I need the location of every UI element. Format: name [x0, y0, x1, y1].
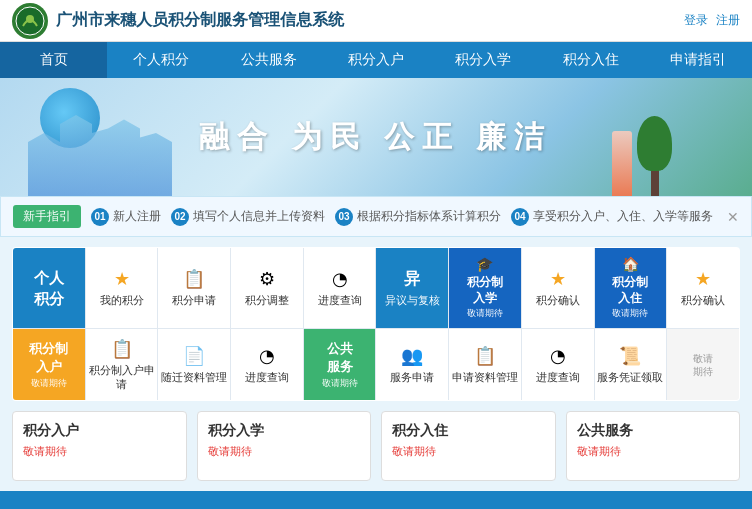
- household-apply-cell[interactable]: 📋 积分制入户申请: [85, 329, 158, 401]
- nav-public-service[interactable]: 公共服务: [215, 42, 322, 78]
- score-school-cell[interactable]: 🎓 积分制入学 敬请期待: [449, 248, 522, 329]
- panel-household-title: 积分入户: [23, 422, 176, 440]
- nav-score-household[interactable]: 积分入户: [322, 42, 429, 78]
- progress-query-cell-2[interactable]: ◔ 进度查询: [231, 329, 304, 401]
- nav-score-housing[interactable]: 积分入住: [537, 42, 644, 78]
- panel-school-sub: 敬请期待: [208, 444, 361, 459]
- panel-public-title: 公共服务: [577, 422, 730, 440]
- svg-point-1: [26, 15, 34, 23]
- register-link[interactable]: 注册: [716, 12, 740, 29]
- header: 广州市来穗人员积分制服务管理信息系统 登录 注册: [0, 0, 752, 42]
- score-adjust-cell[interactable]: ⚙ 积分调整: [231, 248, 304, 329]
- step-num-2: 02: [171, 208, 189, 226]
- guide-step-1: 01 新人注册: [91, 208, 161, 226]
- service-apply-cell[interactable]: 👥 服务申请: [376, 329, 449, 401]
- score-apply-cell[interactable]: 📋 积分申请: [158, 248, 231, 329]
- footer-bar: [0, 491, 752, 509]
- banner: 融合 为民 公正 廉洁: [0, 78, 752, 196]
- coming-soon-cell: 敬请期待: [667, 329, 740, 401]
- header-actions: 登录 注册: [684, 12, 740, 29]
- nav-score-school[interactable]: 积分入学: [430, 42, 537, 78]
- score-household-block[interactable]: 积分制入户 敬请期待: [13, 329, 86, 401]
- person-decoration: [612, 131, 632, 196]
- step-label-1: 新人注册: [113, 208, 161, 225]
- service-doc-cell[interactable]: 📋 申请资料管理: [449, 329, 522, 401]
- panel-household-sub: 敬请期待: [23, 444, 176, 459]
- panel-public-sub: 敬请期待: [577, 444, 730, 459]
- my-score-cell[interactable]: ★ 我的积分: [85, 248, 158, 329]
- panel-school-title: 积分入学: [208, 422, 361, 440]
- site-title: 广州市来穗人员积分制服务管理信息系统: [56, 10, 684, 31]
- bottom-panels: 积分入户 敬请期待 积分入学 敬请期待 积分入住 敬请期待 公共服务 敬请期待: [12, 411, 740, 481]
- guide-bar: 新手指引 01 新人注册 02 填写个人信息并上传资料 03 根据积分指标体系计…: [0, 196, 752, 237]
- nav-home[interactable]: 首页: [0, 42, 107, 78]
- family-doc-cell[interactable]: 📄 随迁资料管理: [158, 329, 231, 401]
- nav-bar: 首页 个人积分 公共服务 积分入户 积分入学 积分入住 申请指引: [0, 42, 752, 78]
- panel-household[interactable]: 积分入户 敬请期待: [12, 411, 187, 481]
- panel-housing-sub: 敬请期待: [392, 444, 545, 459]
- main-content: 个人积分 ★ 我的积分 📋 积分申请 ⚙ 积分调整 ◔ 进度查询: [0, 237, 752, 491]
- panel-school[interactable]: 积分入学 敬请期待: [197, 411, 372, 481]
- guide-close-button[interactable]: ✕: [727, 209, 739, 225]
- service-progress-cell[interactable]: ◔ 进度查询: [521, 329, 594, 401]
- step-num-1: 01: [91, 208, 109, 226]
- public-service-block[interactable]: 公共服务 敬请期待: [303, 329, 376, 401]
- service-grid: 个人积分 ★ 我的积分 📋 积分申请 ⚙ 积分调整 ◔ 进度查询: [12, 247, 740, 401]
- panel-housing-title: 积分入住: [392, 422, 545, 440]
- login-link[interactable]: 登录: [684, 12, 708, 29]
- panel-public[interactable]: 公共服务 敬请期待: [566, 411, 741, 481]
- guide-step-4: 04 享受积分入户、入住、入学等服务: [511, 208, 713, 226]
- service-cert-cell[interactable]: 📜 服务凭证领取: [594, 329, 667, 401]
- score-housing-cell[interactable]: 🏠 积分制入住 敬请期待: [594, 248, 667, 329]
- step-label-2: 填写个人信息并上传资料: [193, 208, 325, 225]
- guide-button[interactable]: 新手指引: [13, 205, 81, 228]
- objection-cell[interactable]: 异 异议与复核: [376, 248, 449, 329]
- step-num-4: 04: [511, 208, 529, 226]
- progress-query-cell-1[interactable]: ◔ 进度查询: [303, 248, 376, 329]
- nav-guide[interactable]: 申请指引: [645, 42, 752, 78]
- score-housing-confirm-cell[interactable]: ★ 积分确认: [667, 248, 740, 329]
- logo: [12, 3, 48, 39]
- step-label-4: 享受积分入户、入住、入学等服务: [533, 208, 713, 225]
- nav-personal-score[interactable]: 个人积分: [107, 42, 214, 78]
- personal-score-block[interactable]: 个人积分: [13, 248, 86, 329]
- step-num-3: 03: [335, 208, 353, 226]
- guide-step-2: 02 填写个人信息并上传资料: [171, 208, 325, 226]
- banner-slogan: 融合 为民 公正 廉洁: [199, 117, 552, 158]
- score-school-confirm-cell[interactable]: ★ 积分确认: [521, 248, 594, 329]
- panel-housing[interactable]: 积分入住 敬请期待: [381, 411, 556, 481]
- tree-decoration: [637, 116, 672, 196]
- step-label-3: 根据积分指标体系计算积分: [357, 208, 501, 225]
- guide-step-3: 03 根据积分指标体系计算积分: [335, 208, 501, 226]
